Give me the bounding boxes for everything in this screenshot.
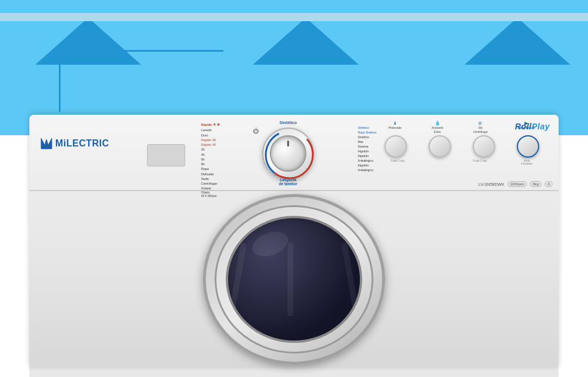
drum-reflection bbox=[249, 227, 292, 261]
prelavado-label: Prelavado bbox=[388, 126, 402, 130]
brand-logo: MiLECTRIC bbox=[40, 137, 109, 150]
top-bar bbox=[0, 13, 588, 21]
dial-area: Rápido ☀ ❄ Lavado Duro Rápido 30 Rápido … bbox=[200, 119, 376, 187]
aclarado-btn[interactable] bbox=[429, 135, 451, 158]
aclarado-icon-group: 💧 AclaradoExtra bbox=[432, 121, 443, 134]
arrow-center bbox=[253, 18, 359, 65]
bracket-vertical bbox=[59, 50, 61, 112]
dial-knob[interactable] bbox=[270, 135, 306, 172]
drum-fin-3 bbox=[341, 243, 360, 316]
program-label-top: Sintético bbox=[279, 121, 297, 125]
control-buttons-row bbox=[370, 135, 553, 158]
kg-badge: 8kg bbox=[530, 181, 542, 187]
drum-fin-2 bbox=[288, 242, 293, 316]
rollplay-brand: RollRoll PlayPlay bbox=[515, 122, 550, 131]
buttons-section: 🌡 Prelavado 💧 AclaradoExtra ⊘ SinCentrif… bbox=[370, 121, 553, 166]
drum-middle-ring bbox=[215, 205, 373, 353]
control-panel: MiLECTRIC Rápido ☀ ❄ Lavado Duro Rápido … bbox=[29, 115, 559, 191]
drum-glass bbox=[226, 216, 362, 343]
rpm-badge: 1200rpm bbox=[507, 181, 527, 187]
centrifugar-label: SinCentrifugar bbox=[473, 126, 488, 134]
detergent-drawer[interactable] bbox=[147, 144, 185, 166]
prelavado-icon: 🌡 bbox=[388, 121, 402, 126]
arrow-left bbox=[35, 18, 141, 65]
brand-name: MiLECTRIC bbox=[55, 138, 109, 149]
prelavado-btn[interactable] bbox=[385, 135, 407, 158]
inicio-btn[interactable] bbox=[517, 135, 539, 158]
program-dial[interactable] bbox=[262, 128, 314, 179]
sub-label-1: Pulse 3 seg bbox=[390, 159, 405, 166]
power-icon[interactable]: ⏻ bbox=[253, 128, 259, 134]
sub-label-4: InicioInmediato bbox=[521, 159, 533, 166]
sub-label-3: Pulse 3 seg bbox=[473, 159, 487, 166]
play-text-display: Play bbox=[532, 122, 550, 131]
sub-labels-row: Pulse 3 seg Pulse 3 seg InicioInmediato bbox=[370, 159, 553, 166]
program-labels-left: Rápido ☀ ❄ Lavado Duro Rápido 30 Rápido … bbox=[201, 122, 220, 199]
roll-text: Roll bbox=[515, 122, 532, 131]
centrifugar-btn[interactable] bbox=[473, 135, 495, 158]
svg-marker-0 bbox=[41, 138, 52, 149]
washer-body: MiLECTRIC Rápido ☀ ❄ Lavado Duro Rápido … bbox=[29, 115, 559, 368]
energy-badge: A bbox=[544, 181, 553, 187]
model-number: LV-SN58DWK bbox=[479, 182, 505, 186]
logo-icon bbox=[40, 137, 53, 150]
centrifugar-icon: ⊘ bbox=[473, 121, 488, 126]
prelavado-icon-group: 🌡 Prelavado bbox=[388, 121, 402, 134]
aclarado-icon: 💧 bbox=[432, 121, 443, 126]
drum-interior bbox=[228, 218, 360, 341]
model-info: LV-SN58DWK 1200rpm 8kg A bbox=[479, 181, 553, 187]
drum-outer-ring bbox=[203, 194, 385, 365]
bracket-horizontal bbox=[59, 50, 223, 52]
centrifugar-icon-group: ⊘ SinCentrifugar bbox=[473, 121, 488, 134]
drum-door-container bbox=[203, 194, 385, 365]
drum-fin-1 bbox=[228, 243, 247, 316]
arrow-right bbox=[465, 18, 570, 65]
aclarado-label: AclaradoExtra bbox=[432, 126, 443, 134]
